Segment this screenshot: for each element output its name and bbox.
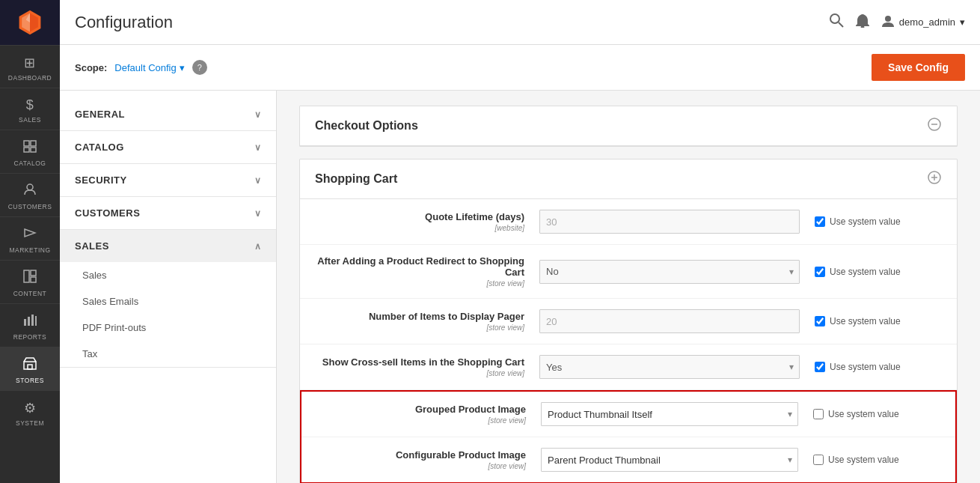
catalog-icon: [23, 139, 37, 157]
highlighted-product-image-block: Grouped Product Image [store view] Produ…: [300, 390, 957, 483]
nav-section-customers-header[interactable]: CUSTOMERS ∨: [60, 197, 276, 229]
shopping-cart-toggle[interactable]: [927, 170, 942, 188]
config-input-col-items-display: [539, 309, 815, 333]
redirect-system-label: Use system value: [830, 267, 901, 277]
nav-section-security-label: SECURITY: [75, 174, 127, 186]
config-system-col-quote-lifetime: Use system value: [815, 216, 942, 227]
grouped-product-image-select-wrap: Product Thumbnail Itself Parent Product …: [541, 402, 798, 426]
sidebar-item-marketing[interactable]: MARKETING: [0, 216, 60, 260]
config-system-col-configurable-product-image: Use system value: [813, 455, 940, 465]
config-row-quote-lifetime: Quote Lifetime (days) [website] Use syst…: [300, 199, 957, 245]
config-row-cross-sell: Show Cross-sell Items in the Shopping Ca…: [300, 344, 957, 390]
scope-value: Default Config: [114, 62, 176, 73]
shopping-cart-title-bar: Shopping Cart: [300, 160, 957, 199]
reports-icon: [23, 313, 37, 330]
sales-icon: $: [26, 97, 34, 113]
configurable-product-image-system-checkbox[interactable]: [813, 455, 824, 465]
cross-sell-select[interactable]: Yes No: [539, 355, 800, 379]
chevron-up-icon: ∧: [254, 241, 262, 252]
nav-section-customers-label: CUSTOMERS: [75, 207, 140, 219]
cross-sell-system-checkbox[interactable]: [815, 362, 825, 372]
nav-section-sales-header[interactable]: SALES ∧: [60, 230, 276, 262]
sidebar-item-content-label: CONTENT: [13, 290, 47, 297]
quote-lifetime-system-label: Use system value: [830, 216, 901, 227]
svg-rect-16: [35, 316, 37, 326]
sidebar-item-dashboard[interactable]: ⊞ DASHBOARD: [0, 45, 60, 88]
chevron-down-icon-2: ∨: [254, 142, 262, 153]
cross-sell-select-wrap: Yes No ▾: [539, 355, 800, 379]
chevron-down-icon: ∨: [254, 109, 262, 120]
items-display-input[interactable]: [539, 309, 800, 333]
sidebar-item-stores[interactable]: STORES: [0, 347, 60, 390]
right-panel: Checkout Options Shopping Cart: [277, 91, 980, 483]
config-label-items-display: Number of Items to Display Pager [store …: [315, 311, 539, 332]
quote-lifetime-input[interactable]: [539, 210, 800, 234]
nav-section-catalog-header[interactable]: CATALOG ∨: [60, 131, 276, 163]
sidebar-item-reports[interactable]: REPORTS: [0, 303, 60, 347]
notification-icon[interactable]: [856, 13, 869, 31]
nav-section-security-header[interactable]: SECURITY ∨: [60, 164, 276, 196]
dashboard-icon: ⊞: [24, 55, 36, 71]
user-dropdown-icon: ▾: [960, 16, 965, 28]
redirect-select[interactable]: No Yes: [539, 260, 800, 284]
svg-point-19: [830, 14, 839, 23]
nav-sub-item-pdf-printouts[interactable]: PDF Print-outs: [60, 315, 276, 341]
sidebar-item-system[interactable]: ⚙ SYSTEM: [0, 390, 60, 433]
svg-rect-7: [31, 148, 36, 152]
configurable-product-image-system-label: Use system value: [828, 455, 899, 465]
main-content: Configuration demo_admin ▾ Scope: Defaul…: [60, 0, 980, 483]
nav-sub-item-sales[interactable]: Sales: [60, 262, 276, 288]
nav-sub-item-tax[interactable]: Tax: [60, 341, 276, 367]
page-title: Configuration: [75, 13, 173, 32]
save-config-button[interactable]: Save Config: [872, 54, 965, 81]
grouped-product-image-system-checkbox[interactable]: [813, 409, 824, 419]
left-panel: GENERAL ∨ CATALOG ∨ SECURITY ∨ CUSTOMERS: [60, 91, 277, 483]
nav-section-general-label: GENERAL: [75, 109, 125, 120]
svg-rect-14: [28, 317, 30, 326]
user-menu[interactable]: demo_admin ▾: [881, 14, 965, 30]
quote-lifetime-system-checkbox[interactable]: [815, 216, 825, 227]
sidebar-item-system-label: SYSTEM: [16, 419, 44, 427]
config-label-quote-lifetime: Quote Lifetime (days) [website]: [315, 211, 539, 232]
redirect-system-checkbox[interactable]: [815, 267, 825, 277]
grouped-product-image-select[interactable]: Product Thumbnail Itself Parent Product …: [541, 402, 798, 426]
sidebar-item-marketing-label: MARKETING: [9, 246, 50, 254]
sidebar-item-catalog-label: CATALOG: [14, 160, 46, 167]
config-label-redirect: After Adding a Product Redirect to Shopp…: [315, 255, 539, 288]
nav-section-catalog-label: CATALOG: [75, 142, 124, 153]
nav-sub-item-sales-emails[interactable]: Sales Emails: [60, 288, 276, 315]
nav-section-general: GENERAL ∨: [60, 98, 276, 131]
svg-rect-15: [31, 315, 34, 326]
nav-section-general-header[interactable]: GENERAL ∨: [60, 98, 276, 130]
svg-rect-4: [24, 141, 29, 146]
svg-rect-6: [24, 148, 29, 152]
svg-rect-10: [24, 270, 29, 282]
sidebar-item-customers[interactable]: CUSTOMERS: [0, 173, 60, 216]
marketing-icon: [23, 226, 37, 243]
magento-logo-icon: [16, 9, 43, 36]
config-input-col-quote-lifetime: [539, 210, 815, 234]
grouped-product-image-system-label: Use system value: [828, 409, 899, 419]
checkout-options-toggle[interactable]: [927, 117, 942, 135]
configurable-product-image-select[interactable]: Parent Product Thumbnail Product Thumbna…: [541, 448, 798, 472]
config-system-col-cross-sell: Use system value: [815, 362, 942, 372]
scope-select[interactable]: Default Config ▾: [114, 62, 184, 73]
config-system-col-grouped-product-image: Use system value: [813, 409, 940, 419]
sidebar-item-catalog[interactable]: CATALOG: [0, 130, 60, 173]
nav-section-sales-label: SALES: [75, 240, 109, 252]
svg-point-8: [27, 184, 33, 190]
svg-rect-13: [24, 319, 26, 326]
nav-section-customers: CUSTOMERS ∨: [60, 197, 276, 230]
items-display-system-checkbox[interactable]: [815, 316, 825, 326]
search-icon[interactable]: [829, 13, 844, 31]
config-row-grouped-product-image: Grouped Product Image [store view] Produ…: [301, 392, 955, 437]
redirect-select-wrap: No Yes ▾: [539, 260, 800, 284]
config-input-col-grouped-product-image: Product Thumbnail Itself Parent Product …: [541, 402, 813, 426]
scope-help-icon[interactable]: ?: [192, 60, 207, 75]
sidebar-item-sales[interactable]: $ SALES: [0, 88, 60, 130]
nav-section-sales-content: Sales Sales Emails PDF Print-outs Tax: [60, 262, 276, 367]
shopping-cart-title: Shopping Cart: [315, 172, 397, 186]
sidebar-item-content[interactable]: CONTENT: [0, 260, 60, 303]
stores-icon: [23, 356, 37, 374]
chevron-down-icon-3: ∨: [254, 175, 262, 186]
